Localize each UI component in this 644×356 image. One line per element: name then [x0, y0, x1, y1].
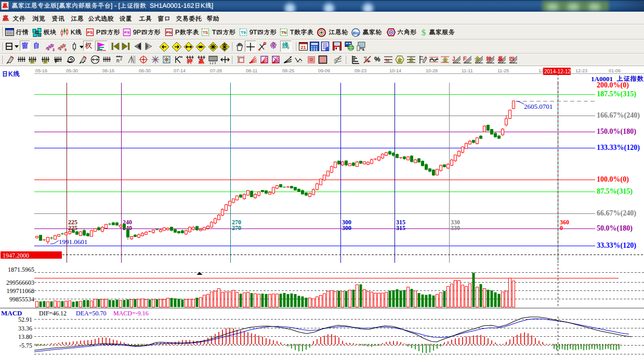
svg-text:PN: PN: [166, 30, 172, 35]
svg-text:TS: TS: [203, 30, 208, 35]
svg-text:T9: T9: [241, 30, 246, 35]
svg-text:21: 21: [300, 45, 306, 50]
svg-text:9: 9: [64, 48, 67, 52]
svg-text:3: 3: [52, 48, 55, 52]
svg-text:$: $: [422, 28, 426, 37]
svg-text:P9: P9: [124, 30, 129, 35]
svg-text:TN: TN: [281, 30, 287, 35]
svg-text:Big: Big: [352, 31, 359, 35]
svg-text:PS: PS: [87, 30, 93, 35]
